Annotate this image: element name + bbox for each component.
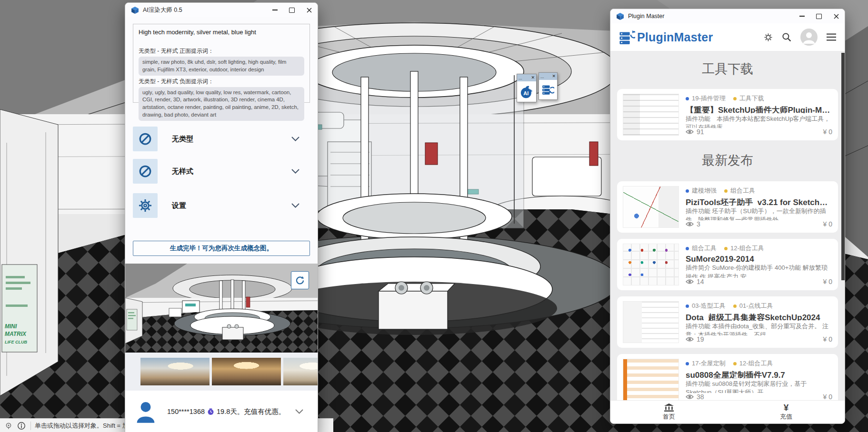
eye-icon <box>686 221 694 227</box>
settings-label: 设置 <box>172 201 186 210</box>
tag-category[interactable]: 组合工具 <box>692 244 717 253</box>
chevron-down-icon[interactable] <box>295 409 303 414</box>
pm-window-titlebar[interactable]: Plugin Master <box>610 9 845 23</box>
chevron-down-icon[interactable] <box>291 169 299 174</box>
plugin-card[interactable]: 17-全屋定制 12-组合工具 su0808全屋定制插件V7.9.7 插件功能 … <box>617 354 838 401</box>
render-thumbnail-2[interactable] <box>212 358 281 385</box>
tag-dot-blue <box>686 97 689 100</box>
view-count: 19 <box>697 335 704 343</box>
plugin-title[interactable]: su0808全屋定制插件V7.9.7 <box>686 370 832 378</box>
no-type-tile[interactable] <box>133 127 158 151</box>
plugin-card[interactable]: 03-造型工具 01-点线工具 Dota_超级工具集兼容SketchUp2024… <box>617 296 838 348</box>
negative-prompt-box[interactable]: ugly, ugly, bad quality, low quality, lo… <box>139 87 304 121</box>
prompt-panel[interactable]: High tech modernity, silver metal, blue … <box>133 24 310 103</box>
type-selector[interactable]: 无类型 <box>133 127 310 151</box>
close-button[interactable] <box>828 9 845 23</box>
plugin-title[interactable]: 【重要】SketchUp插件大师Plugin-Mast... <box>686 105 832 113</box>
ai-render-toolbar[interactable]: ... ✕ AI <box>517 74 537 102</box>
plugin-master-toolbar[interactable]: ... ✕ <box>539 72 558 100</box>
pm-toolbar-titlebar[interactable]: ... ✕ <box>539 73 557 80</box>
chevron-down-icon[interactable] <box>291 203 299 208</box>
preview-scene <box>125 264 318 353</box>
account-phone: 150****1368 <box>167 408 205 415</box>
plugin-thumbnail <box>623 94 679 136</box>
nav-home[interactable]: 首页 <box>610 401 728 423</box>
tag-category[interactable]: 建模增强 <box>692 187 717 195</box>
maximize-button[interactable] <box>283 3 300 17</box>
view-count: 14 <box>697 278 704 285</box>
tag-category[interactable]: 17-全屋定制 <box>692 359 726 368</box>
pm-window-title: Plugin Master <box>628 13 664 20</box>
tag-group[interactable]: 工具下载 <box>739 94 764 103</box>
plugin-card[interactable]: 建模增强 组合工具 PiziTools坯子助手_v3.21 for Sketch… <box>617 181 838 233</box>
style-selector[interactable]: 无样式 <box>133 159 310 184</box>
chevron-down-icon[interactable] <box>291 137 299 141</box>
plugin-description: 插件简介 SuMore-你的建模助手 400+功能 解放繁琐操作 作 提高生产力… <box>686 264 832 278</box>
tag-group[interactable]: 12-组合工具 <box>739 359 773 368</box>
no-style-tile[interactable] <box>133 159 158 184</box>
close-icon[interactable]: ✕ <box>531 76 535 80</box>
positive-prompt-box[interactable]: simple, raw photo, 8k uhd, dslr, soft li… <box>139 57 304 76</box>
sign-text-3: LIFE CLUB <box>5 340 27 344</box>
nav-recharge[interactable]: ¥ 充值 <box>728 401 845 423</box>
sign-text-1: MINI <box>5 323 17 330</box>
settings-gear-icon[interactable] <box>764 33 773 42</box>
regenerate-button[interactable] <box>291 271 309 289</box>
user-avatar-icon[interactable] <box>800 29 818 46</box>
info-icon[interactable] <box>17 422 26 430</box>
prohibition-icon <box>138 164 152 178</box>
tag-category[interactable]: 19-插件管理 <box>692 94 726 103</box>
tag-group[interactable]: 12-组合工具 <box>730 244 764 253</box>
prompt-input[interactable]: High tech modernity, silver metal, blue … <box>139 29 304 36</box>
eye-icon <box>686 336 694 342</box>
pm-toolbar-title: ... <box>540 74 544 79</box>
settings-selector[interactable]: 设置 <box>133 193 310 218</box>
plugin-thumbnail <box>623 301 679 343</box>
ai-window-titlebar[interactable]: AI渲染大师 0.5 <box>125 3 318 17</box>
scrollbar-thumb[interactable] <box>841 53 845 280</box>
generate-button[interactable]: 生成完毕！可为您再次生成概念图。 <box>133 241 310 256</box>
settings-tile[interactable] <box>133 193 158 218</box>
brand[interactable]: PluginMaster <box>619 29 713 46</box>
plugin-title[interactable]: PiziTools坯子助手_v3.21 for SketchUp ... <box>686 197 832 206</box>
ai-render-icon[interactable]: AI <box>520 85 533 99</box>
search-icon[interactable] <box>782 32 791 42</box>
render-thumbnail-3[interactable] <box>283 358 318 385</box>
ai-toolbar-titlebar[interactable]: ... ✕ <box>517 74 536 81</box>
sign-text-2: MATRIX <box>5 331 27 337</box>
plugin-title[interactable]: SuMore2019-2014 <box>686 255 832 262</box>
close-button[interactable] <box>300 3 318 17</box>
eye-icon <box>686 129 694 135</box>
bottom-nav: 首页 ¥ 充值 <box>610 400 845 423</box>
plugin-card[interactable]: 组合工具 12-组合工具 SuMore2019-2014 插件简介 SuMore… <box>617 239 838 290</box>
account-row[interactable]: 150****1368 19.8天。充值有优惠。 <box>125 391 318 432</box>
render-thumbnail-1[interactable] <box>140 358 210 385</box>
plugin-master-icon[interactable] <box>542 84 554 96</box>
scrollbar[interactable] <box>841 51 845 401</box>
ai-render-window: AI渲染大师 0.5 High tech modernity, silver m… <box>125 2 318 432</box>
maximize-button[interactable] <box>810 9 828 23</box>
price: ¥ 0 <box>823 278 832 285</box>
tag-dot-yellow <box>733 97 737 100</box>
tag-category[interactable]: 03-造型工具 <box>692 302 726 310</box>
plugin-title[interactable]: Dota_超级工具集兼容SketchUp2024 <box>686 312 832 321</box>
prohibition-icon <box>138 132 152 146</box>
minimize-button[interactable] <box>266 3 283 17</box>
plugin-card[interactable]: 19-插件管理 工具下载 【重要】SketchUp插件大师Plugin-Mast… <box>617 89 838 140</box>
nav-recharge-label: 充值 <box>780 412 792 421</box>
render-history <box>125 353 318 391</box>
minimize-button[interactable] <box>793 9 810 23</box>
pm-header: PluginMaster <box>610 23 845 51</box>
svg-text:AI: AI <box>523 90 529 96</box>
plugin-thumbnail <box>623 186 679 228</box>
view-count: 3 <box>697 220 700 228</box>
tag-group[interactable]: 组合工具 <box>730 187 755 195</box>
menu-icon[interactable] <box>827 33 836 41</box>
render-preview[interactable] <box>125 264 318 353</box>
tag-group[interactable]: 01-点线工具 <box>739 302 773 310</box>
brand-name: PluginMaster <box>637 30 713 44</box>
plugin-description: 插件功能 坯子助手（SU助手），一款全新制作的插件，除整理和修复一些常用插件外，… <box>686 207 832 220</box>
geolocation-icon[interactable] <box>4 422 13 430</box>
negative-prompt-label: 无类型 - 无样式 负面提示词： <box>139 78 304 86</box>
close-icon[interactable]: ✕ <box>552 74 556 79</box>
